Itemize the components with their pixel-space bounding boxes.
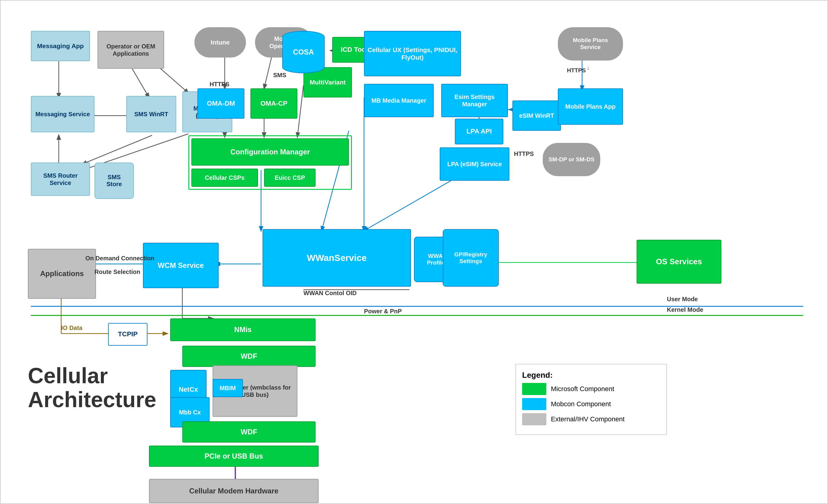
sms-store-label: SMS Store [100,174,129,188]
tcpip-label: TCPIP [118,330,138,338]
mbb-cx-label: Mbb Cx [179,409,201,416]
intune-cloud: Intune [195,27,246,57]
wcm-service-label: WCM Service [158,261,204,270]
pcie-usb-box: PCIe or USB Bus [149,446,319,467]
legend-label-microsoft: Microsoft Component [551,385,614,393]
esim-winrt-label: eSIM WinRT [519,112,554,119]
operator-oem-label: Operator or OEM Applications [100,43,162,57]
wdf1-label: WDF [241,352,257,361]
messaging-service-box: Messaging Service [31,96,94,132]
cosa-label: COSA [293,48,314,56]
diagram-container: Messaging App Messaging Service SMS WinR… [0,0,828,504]
https-mobile-plans: HTTPS [567,67,586,74]
cellular-csps-box: Cellular CSPs [192,169,258,187]
os-services-box: OS Services [636,240,721,284]
route-selection-text: Route Selection [94,269,140,275]
https-label1: HTTPS [210,81,230,88]
lpa-api-box: LPA API [455,119,503,144]
https-text1: HTTPS [210,81,230,88]
mobile-plans-app-label: Mobile Plans App [566,103,616,110]
title-label: CellularArchitecture [28,364,156,412]
nmis-label: NMis [234,325,251,334]
applications-label: Applications [40,269,84,278]
legend-label-external: External/IHV Component [551,415,624,423]
sm-dp-label: SM-DP or SM-DS [548,156,594,163]
euicc-csp-label: Euicc CSP [275,174,305,181]
svg-line-11 [297,85,303,137]
sms-router-label: SMS Router Service [33,172,87,186]
config-manager-label: Configuration Manager [231,148,310,156]
user-mode-label: User Mode [667,296,698,303]
os-services-label: OS Services [656,257,702,266]
route-selection-label: Route Selection [94,269,140,275]
https-text2: HTTPS [514,150,534,157]
legend-item-microsoft: Microsoft Component [522,383,660,395]
power-pnp-text: Power & PnP [364,308,402,315]
mobile-plans-app-box: Mobile Plans App [558,88,623,125]
svg-line-17 [364,173,464,231]
power-pnp-label: Power & PnP [364,308,402,315]
legend-title: Legend: [522,370,660,380]
tcpip-box: TCPIP [108,323,148,346]
nmis-box: NMis [170,318,316,341]
https-label2: HTTPS [514,150,534,157]
wwan-control-text: WWAN Contol OID [303,290,357,296]
cellular-modem-box: Cellular Modem Hardware [149,479,319,503]
user-mode-text: User Mode [667,296,698,303]
config-manager-box: Configuration Manager [192,138,349,166]
mb-media-label: MB Media Manager [371,97,426,104]
cellular-modem-label: Cellular Modem Hardware [189,487,279,496]
sms-router-box: SMS Router Service [31,163,90,196]
oma-dm-label: OMA-DM [207,100,235,107]
intune-label: Intune [211,38,230,46]
esim-settings-label: Esim Settings Manager [444,93,505,108]
legend-title-text: Legend: [522,370,553,379]
wwan-control-label: WWAN Contol OID [303,290,357,296]
kernel-mode-text: Kernel Mode [667,306,703,313]
lpa-api-label: LPA API [466,128,492,135]
legend-box-external [522,413,546,425]
sms-winrt-label: SMS WinRT [134,110,168,118]
legend-box-microsoft [522,383,546,395]
legend-item-external: External/IHV Component [522,413,660,425]
on-demand-label: On Demand Connection [85,255,155,262]
euicc-csp-box: Euicc CSP [264,169,316,187]
mobile-plans-service-cloud: Mobile Plans Service [558,27,623,60]
wdf2-label: WDF [241,428,257,437]
mbim-label: MBIM [219,384,236,392]
legend-label-mobcon: Mobcon Component [551,400,611,408]
main-title: CellularArchitecture [28,364,156,412]
pcie-usb-label: PCIe or USB Bus [204,452,263,461]
legend-item-mobcon: Mobcon Component [522,398,660,410]
on-demand-text: On Demand Connection [85,255,155,262]
wwan-service-label: WWanService [307,253,367,263]
cellular-ux-label: Cellular UX (Settings, PNIDUI, FlyOut) [367,46,458,61]
lpa-esim-box: LPA (eSIM) Service [440,147,509,181]
sms-store-cylinder: SMS Store [94,163,134,199]
legend-box-mobcon [522,398,546,410]
messaging-app-box: Messaging App [31,31,90,61]
gp-registry-cylinder: GP/Registry Settings [443,229,499,287]
oma-cp-box: OMA-CP [250,88,297,119]
multivariant-label: MultiVariant [309,78,345,86]
kernel-mode-label: Kernel Mode [667,306,703,313]
cellular-ux-box: Cellular UX (Settings, PNIDUI, FlyOut) [364,31,461,76]
legend: Legend: Microsoft Component Mobcon Compo… [515,364,667,435]
operator-oem-box: Operator or OEM Applications [97,31,164,69]
mobile-plans-service-label: Mobile Plans Service [563,37,618,51]
io-data-label: IO Data [61,324,82,331]
messaging-app-label: Messaging App [37,42,84,50]
io-data-text: IO Data [61,324,82,331]
svg-line-2 [82,135,152,164]
esim-winrt-box: eSIM WinRT [512,100,561,131]
icd-tool-label: ICD Tool [341,46,368,54]
oma-dm-box: OMA-DM [198,88,244,119]
netcx-label: NetCx [179,386,198,394]
esim-settings-box: Esim Settings Manager [441,84,508,117]
mbim-box: MBIM [213,379,243,397]
wdf1-box: WDF [182,346,316,367]
lpa-esim-label: LPA (eSIM) Service [447,161,502,168]
mb-media-box: MB Media Manager [364,84,434,117]
wdf2-box: WDF [182,421,316,443]
sm-dp-cloud: SM-DP or SM-DS [543,143,600,176]
